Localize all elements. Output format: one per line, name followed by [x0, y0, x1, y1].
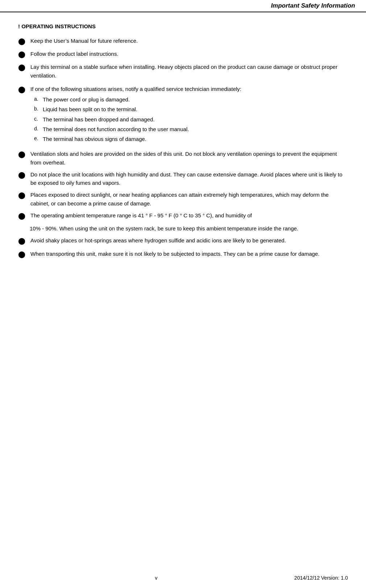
operating-instructions-list-cont: ⬤ Avoid shaky places or hot-springs area… [18, 236, 348, 259]
sub-text: The terminal has obvious signs of damage… [43, 135, 146, 143]
bullet-text: Lay this terminal on a stable surface wh… [30, 63, 348, 80]
sub-label: e. [34, 135, 43, 143]
bullet-icon: ⬤ [18, 191, 25, 200]
list-item: ⬤ Places exposed to direct sunlight, or … [18, 191, 348, 208]
bullet-intro: If one of the following situations arise… [30, 86, 241, 92]
list-item: e. The terminal has obvious signs of dam… [34, 135, 348, 143]
bullet-icon: ⬤ [18, 50, 25, 59]
sub-text: The terminal has been dropped and damage… [43, 115, 155, 124]
list-item: ⬤ If one of the following situations ari… [18, 85, 348, 145]
bullet-text: Do not place the unit locations with hig… [30, 170, 348, 187]
bullet-text: When transporting this unit, make sure i… [30, 250, 348, 258]
list-item: a. The power cord or plug is damaged. [34, 95, 348, 104]
bullet-icon: ⬤ [18, 85, 25, 94]
bullet-text: Follow the product label instructions. [30, 50, 348, 58]
sub-label: a. [34, 95, 43, 103]
list-item: d. The terminal does not function accord… [34, 125, 348, 133]
sub-label: b. [34, 105, 43, 113]
section-heading: ! OPERATING INSTRUCTIONS [18, 23, 348, 29]
page-header: Important Safety Information [0, 0, 366, 12]
sub-list: a. The power cord or plug is damaged. b.… [34, 95, 348, 143]
continuation-text: 10% - 90%. When using the unit on the sy… [30, 224, 348, 233]
list-item: ⬤ Ventilation slots and holes are provid… [18, 150, 348, 167]
page-content: ! OPERATING INSTRUCTIONS ⬤ Keep the User… [0, 12, 366, 284]
page-footer: v 2014/12/12 Version: 1.0 [0, 575, 366, 581]
sub-text: The terminal does not function according… [43, 125, 189, 133]
bullet-text: Ventilation slots and holes are provided… [30, 150, 348, 167]
operating-instructions-list: ⬤ Keep the User’s Manual for future refe… [18, 37, 348, 221]
bullet-text: If one of the following situations arise… [30, 85, 348, 145]
sub-text: The power cord or plug is damaged. [43, 95, 130, 104]
bullet-icon: ⬤ [18, 250, 25, 259]
bullet-icon: ⬤ [18, 212, 25, 221]
list-item: b. Liquid has been split on to the termi… [34, 105, 348, 113]
bullet-icon: ⬤ [18, 63, 25, 72]
sub-label: c. [34, 115, 43, 123]
sub-label: d. [34, 125, 43, 133]
list-item: ⬤ Do not place the unit locations with h… [18, 170, 348, 187]
list-item: ⬤ Follow the product label instructions. [18, 50, 348, 59]
list-item: c. The terminal has been dropped and dam… [34, 115, 348, 124]
list-item: ⬤ When transporting this unit, make sure… [18, 250, 348, 259]
bullet-icon: ⬤ [18, 150, 25, 159]
bullet-text: The operating ambient temperature range … [30, 211, 348, 220]
footer-page-number: v [155, 575, 158, 581]
bullet-icon: ⬤ [18, 237, 25, 246]
bullet-icon: ⬤ [18, 171, 25, 180]
header-title: Important Safety Information [271, 2, 355, 9]
bullet-text: Keep the User’s Manual for future refere… [30, 37, 348, 45]
sub-text: Liquid has been split on to the terminal… [43, 105, 137, 113]
list-item: ⬤ The operating ambient temperature rang… [18, 211, 348, 221]
list-item: ⬤ Lay this terminal on a stable surface … [18, 63, 348, 80]
bullet-text: Avoid shaky places or hot-springs areas … [30, 236, 348, 245]
bullet-icon: ⬤ [18, 37, 25, 46]
list-item: ⬤ Keep the User’s Manual for future refe… [18, 37, 348, 46]
footer-version: 2014/12/12 Version: 1.0 [294, 575, 348, 581]
list-item: ⬤ Avoid shaky places or hot-springs area… [18, 236, 348, 246]
bullet-text: Places exposed to direct sunlight, or ne… [30, 191, 348, 208]
